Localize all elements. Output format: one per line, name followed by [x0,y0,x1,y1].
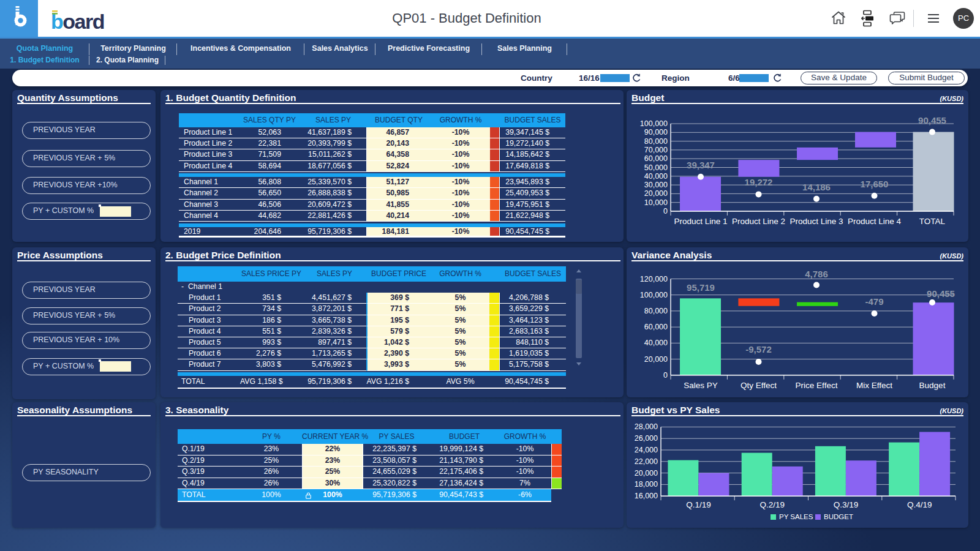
svg-text:Product Line 2: Product Line 2 [732,217,785,226]
svg-text:17,650: 17,650 [861,179,889,189]
svg-text:60,000: 60,000 [644,323,668,331]
svg-text:20,000: 20,000 [635,469,658,478]
svg-text:-9,572: -9,572 [745,344,772,354]
svg-text:80,000: 80,000 [644,137,668,146]
svg-text:Qty Effect: Qty Effect [741,381,777,390]
svg-text:120,000: 120,000 [640,275,668,283]
svg-text:10,000: 10,000 [644,198,668,207]
svg-text:90,455: 90,455 [927,288,955,299]
svg-text:Budget: Budget [919,381,946,390]
svg-text:Product Line 1: Product Line 1 [674,217,727,226]
svg-text:Product Line 4: Product Line 4 [848,217,902,226]
svg-text:18,000: 18,000 [635,480,658,489]
svg-text:Q.3/19: Q.3/19 [834,500,859,509]
svg-text:60,000: 60,000 [644,154,668,163]
svg-text:0: 0 [663,371,668,380]
svg-text:BUDGET: BUDGET [824,513,853,520]
svg-text:PY SALES: PY SALES [779,513,813,520]
svg-text:20,000: 20,000 [644,355,668,364]
svg-text:Price Effect: Price Effect [796,381,838,390]
svg-text:100,000: 100,000 [640,119,668,128]
svg-text:Mix Effect: Mix Effect [856,381,892,390]
svg-text:Product Line 3: Product Line 3 [790,217,843,226]
svg-text:40,000: 40,000 [644,339,668,347]
svg-text:Sales PY: Sales PY [684,381,718,390]
svg-text:Q.2/19: Q.2/19 [760,500,785,509]
svg-text:95,719: 95,719 [687,282,715,293]
svg-text:50,000: 50,000 [644,163,668,172]
svg-text:-479: -479 [865,296,883,307]
svg-text:100,000: 100,000 [640,291,668,299]
svg-text:Q.1/19: Q.1/19 [686,500,711,509]
svg-text:4,786: 4,786 [805,269,828,279]
svg-text:39,347: 39,347 [687,160,715,170]
svg-text:22,000: 22,000 [635,457,658,466]
svg-text:26,000: 26,000 [635,434,658,443]
svg-text:24,000: 24,000 [635,446,658,454]
svg-text:90,000: 90,000 [644,128,668,137]
svg-text:14,186: 14,186 [802,182,831,192]
svg-text:Q.4/19: Q.4/19 [907,500,932,509]
svg-text:70,000: 70,000 [644,146,668,154]
svg-text:40,000: 40,000 [644,172,668,181]
svg-text:28,000: 28,000 [635,422,658,431]
svg-text:30,000: 30,000 [644,181,668,189]
svg-text:0: 0 [663,207,668,216]
svg-text:16,000: 16,000 [635,492,658,500]
svg-text:TOTAL: TOTAL [919,217,946,226]
svg-text:80,000: 80,000 [644,307,668,315]
svg-text:19,272: 19,272 [745,177,773,187]
svg-text:90,455: 90,455 [918,115,946,126]
svg-text:20,000: 20,000 [644,189,668,198]
